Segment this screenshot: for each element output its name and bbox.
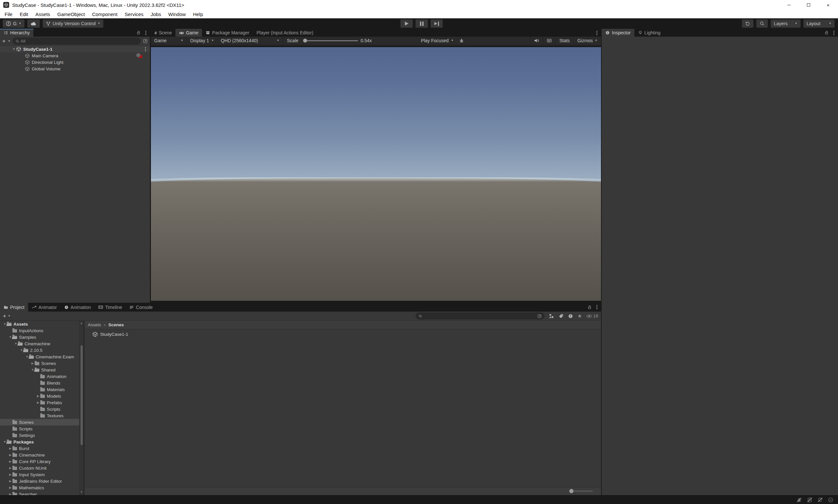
hierarchy-item-main-camera[interactable]: Main Camera xyxy=(0,52,150,59)
scrollbar-thumb[interactable] xyxy=(81,345,83,445)
gizmos-dropdown[interactable]: Gizmos▼ xyxy=(573,37,601,44)
layout-dropdown[interactable]: Layout▼ xyxy=(803,19,835,28)
auto-refresh-disabled-icon[interactable] xyxy=(817,497,823,503)
play-mode-dropdown[interactable]: Play Focused▼ xyxy=(421,38,454,43)
asset-item[interactable]: StudyCase1-1 xyxy=(92,331,128,337)
foldout-arrow[interactable]: ▶ xyxy=(8,493,13,496)
tab-player-input-actions[interactable]: Player (Input Actions Editor) xyxy=(253,29,317,37)
create-asset-button[interactable]: + xyxy=(3,313,6,319)
tab-scene[interactable]: # Scene xyxy=(151,29,176,37)
project-search[interactable] xyxy=(416,312,545,320)
menu-gameobject[interactable]: GameObject xyxy=(54,10,88,18)
menu-component[interactable]: Component xyxy=(88,10,121,18)
search-log-type-icon[interactable] xyxy=(568,313,573,319)
game-viewport[interactable] xyxy=(151,47,601,301)
tab-game[interactable]: Game xyxy=(176,29,202,37)
hierarchy-search-input[interactable] xyxy=(21,39,138,43)
tree-shared-models[interactable]: ▶ Models xyxy=(0,393,84,399)
kebab-menu-icon[interactable] xyxy=(145,49,146,50)
hierarchy-search[interactable] xyxy=(13,38,140,44)
chevron-down-icon[interactable]: ▼ xyxy=(8,315,11,318)
tree-shared-textures[interactable]: Textures xyxy=(0,412,84,419)
foldout-arrow[interactable]: ▶ xyxy=(8,480,13,483)
search-button[interactable] xyxy=(756,19,768,28)
kebab-menu-icon[interactable] xyxy=(596,307,598,308)
tab-hierarchy[interactable]: Hierarchy xyxy=(0,29,33,37)
display-dropdown[interactable]: Display 1▼ xyxy=(187,37,218,44)
undo-history-button[interactable] xyxy=(742,19,753,28)
frame-capture-button[interactable] xyxy=(543,37,555,44)
tree-assets-scenes[interactable]: Scenes xyxy=(0,419,84,426)
menu-edit[interactable]: Edit xyxy=(16,10,32,18)
menu-help[interactable]: Help xyxy=(189,10,207,18)
foldout-arrow[interactable]: ▶ xyxy=(8,467,13,470)
cloud-button[interactable] xyxy=(27,19,40,28)
foldout-arrow[interactable]: ▶ xyxy=(8,473,13,476)
menu-window[interactable]: Window xyxy=(165,10,189,18)
stats-toggle[interactable]: Stats xyxy=(555,37,573,44)
breadcrumb-root[interactable]: Assets xyxy=(88,322,101,327)
tree-pkg-custom-nunit[interactable]: ▶ Custom NUnit xyxy=(0,465,84,471)
favorites-star-icon[interactable]: ★ xyxy=(577,313,582,319)
cache-server-disabled-icon[interactable] xyxy=(807,497,813,503)
foldout-arrow[interactable]: ▶ xyxy=(36,395,40,398)
add-object-button[interactable]: + xyxy=(2,38,5,44)
tree-pkg-burst[interactable]: ▶ Burst xyxy=(0,445,84,452)
version-control-dropdown[interactable]: Unity Version Control ▼ xyxy=(42,19,104,28)
menu-assets[interactable]: Assets xyxy=(32,10,54,18)
tree-pkg-searcher[interactable]: ▶ Searcher xyxy=(0,491,84,495)
tab-project[interactable]: Project xyxy=(0,303,28,311)
debugger-disabled-icon[interactable] xyxy=(797,497,802,503)
layers-dropdown[interactable]: Layers▼ xyxy=(770,19,801,28)
tab-timeline[interactable]: Timeline xyxy=(95,303,126,311)
kebab-menu-icon[interactable] xyxy=(596,32,598,33)
foldout-arrow[interactable]: ▶ xyxy=(8,454,13,456)
hierarchy-item-global-volume[interactable]: Global Volume xyxy=(0,66,150,72)
foldout-arrow[interactable]: ▶ xyxy=(8,486,13,489)
scale-slider-knob[interactable] xyxy=(303,39,307,42)
progress-ok-icon[interactable] xyxy=(828,497,834,503)
thumbnail-size-knob[interactable] xyxy=(569,489,573,493)
hierarchy-item-directional-light[interactable]: Directional Light xyxy=(0,59,150,66)
tree-inputactions[interactable]: InputActions xyxy=(0,327,84,334)
resolution-dropdown[interactable]: QHD (2560x1440)▼ xyxy=(218,37,283,44)
pause-button[interactable] xyxy=(415,19,428,28)
tab-inspector[interactable]: Inspector xyxy=(602,29,635,37)
tab-console[interactable]: Console xyxy=(126,303,156,311)
tab-animation[interactable]: Animation xyxy=(60,303,95,311)
open-search-window-icon[interactable] xyxy=(537,314,542,319)
foldout-arrow[interactable]: ▶ xyxy=(8,447,13,450)
tree-shared[interactable]: ▼ Shared xyxy=(0,366,84,373)
tree-pkg-input-system[interactable]: ▶ Input System xyxy=(0,471,84,478)
tree-pkg-jetbrains-rider-editor[interactable]: ▶ JetBrains Rider Editor xyxy=(0,478,84,484)
mute-audio-button[interactable] xyxy=(530,37,543,44)
breadcrumb-current[interactable]: Scenes xyxy=(108,322,124,327)
tab-lighting[interactable]: Lighting xyxy=(635,29,664,37)
hidden-count-toggle[interactable]: 19 xyxy=(586,313,598,319)
tab-package-manager[interactable]: Package Manager xyxy=(202,29,253,37)
account-button[interactable]: G ▼ xyxy=(3,19,24,28)
tree-pkg-cinemachine[interactable]: ▶ Cinemachine xyxy=(0,452,84,458)
thumbnail-size-slider[interactable] xyxy=(570,490,593,491)
project-search-input[interactable] xyxy=(424,313,536,319)
kebab-menu-icon[interactable] xyxy=(834,32,834,33)
chevron-down-icon[interactable]: ▼ xyxy=(8,40,11,42)
tree-assets-settings[interactable]: Settings xyxy=(0,432,84,438)
tree-cinemachine-exam[interactable]: ▼ Cinemachine Exam xyxy=(0,354,84,360)
tree-shared-blends[interactable]: Blends xyxy=(0,380,84,386)
menu-file[interactable]: File xyxy=(1,10,16,18)
minimize-button[interactable] xyxy=(779,0,799,10)
kebab-menu-icon[interactable] xyxy=(145,32,146,33)
tree-shared-materials[interactable]: Materials xyxy=(0,386,84,393)
tree-assets[interactable]: ▼ Assets xyxy=(0,321,84,327)
lock-icon[interactable] xyxy=(824,31,829,35)
foldout-arrow[interactable]: ▼ xyxy=(12,48,16,51)
scroll-up-icon[interactable]: ▲ xyxy=(80,321,83,326)
play-button[interactable] xyxy=(400,19,413,28)
tree-shared-animation[interactable]: Animation xyxy=(0,373,84,380)
foldout-arrow[interactable]: ▶ xyxy=(36,401,40,404)
game-mode-dropdown[interactable]: Game▼ xyxy=(151,37,187,44)
scroll-down-icon[interactable]: ▼ xyxy=(80,490,83,494)
scale-slider[interactable] xyxy=(303,40,358,41)
hierarchy-scene-row[interactable]: ▼ StudyCase1-1 xyxy=(0,46,150,52)
